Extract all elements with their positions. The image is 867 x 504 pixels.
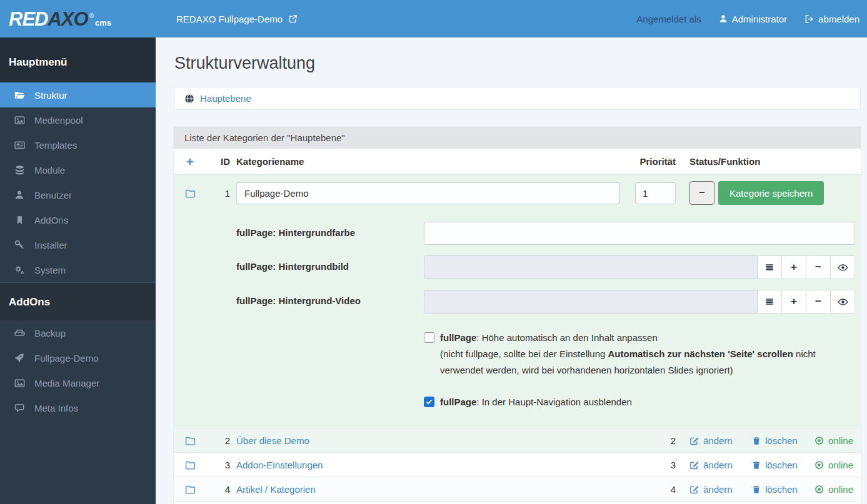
image-icon [13, 378, 26, 388]
sidebar-item-fullpage-demo[interactable]: Fullpage-Demo [0, 345, 156, 370]
edit-link[interactable]: ändern [689, 460, 752, 470]
background-video-input[interactable] [424, 290, 758, 314]
sidebar-item-label: Fullpage-Demo [34, 353, 99, 363]
sidebar-item-templates[interactable]: Templates [0, 132, 156, 157]
panel-title: Liste der Kategorien der "Hauptebene" [174, 127, 861, 149]
edit-link[interactable]: ändern [689, 484, 752, 495]
sidebar-item-label: System [34, 265, 66, 275]
user-icon [13, 190, 26, 200]
row-id: 2 [206, 435, 230, 446]
sidebar: Hauptmenü Struktur Medienpool Templates … [0, 37, 156, 504]
category-link[interactable]: Artikel / Kategorien [236, 484, 316, 495]
site-frontend-link[interactable]: REDAXO Fullpage-Demo [176, 14, 298, 24]
status-online-link[interactable]: online [814, 435, 853, 446]
status-online-link[interactable]: online [814, 484, 853, 495]
sidebar-item-benutzer[interactable]: Benutzer [0, 182, 156, 207]
globe-icon [184, 94, 194, 104]
external-link-icon [288, 14, 298, 24]
sidebar-item-module[interactable]: Module [0, 157, 156, 182]
database-icon [13, 165, 26, 175]
field-row-background-color: fullPage: Hintergrundfarbe [174, 222, 861, 245]
hide-navigation-checkbox[interactable] [424, 397, 434, 407]
save-category-button[interactable]: Kategorie speichern [718, 181, 824, 205]
dot-circle-icon [814, 485, 824, 494]
sidebar-item-meta-infos[interactable]: Meta Infos [0, 395, 156, 420]
folder-icon[interactable] [185, 435, 196, 446]
row-id: 1 [206, 188, 230, 199]
status-online-link[interactable]: online [814, 460, 853, 470]
breadcrumb: Hauptebene [174, 87, 861, 110]
priority-input[interactable] [635, 182, 676, 204]
table-row: 3 Addon-Einstellungen 3 ändern löschen o… [174, 452, 861, 477]
sidebar-item-label: Templates [34, 140, 77, 151]
page-title: Strukturverwaltung [174, 54, 861, 73]
media-remove-button[interactable]: − [806, 255, 831, 279]
bookmark-icon [13, 215, 26, 225]
category-name-input[interactable] [236, 182, 619, 204]
topbar-user-area: Angemeldet als Administrator abmelden [636, 14, 867, 24]
background-color-input[interactable] [424, 222, 855, 245]
folder-icon[interactable] [185, 484, 196, 495]
delete-link[interactable]: löschen [752, 460, 814, 470]
media-view-button[interactable] [831, 290, 855, 314]
sidebar-item-struktur[interactable]: Struktur [0, 82, 156, 107]
trash-icon [752, 436, 761, 445]
breadcrumb-root-link[interactable]: Hauptebene [200, 93, 251, 104]
edit-link[interactable]: ändern [689, 435, 752, 446]
media-list-button[interactable] [758, 290, 782, 314]
folder-icon[interactable] [185, 460, 196, 470]
delete-link[interactable]: löschen [752, 484, 814, 495]
sidebar-item-media-manager[interactable]: Media Manager [0, 370, 156, 395]
key-icon [13, 240, 26, 250]
media-add-button[interactable]: + [782, 255, 806, 279]
redaxo-logo[interactable]: REDAXO®cms [0, 9, 156, 29]
sidebar-item-label: Module [34, 165, 65, 175]
trash-icon [752, 460, 761, 470]
field-label: fullPage: Hintergrund-Video [236, 290, 424, 306]
sidebar-item-label: Backup [34, 328, 66, 338]
table-row: 4 Artikel / Kategorien 4 ändern löschen … [174, 477, 861, 501]
delete-link[interactable]: löschen [752, 435, 814, 446]
list-icon [764, 297, 774, 307]
user-icon [719, 14, 728, 23]
user-menu[interactable]: Administrator [719, 14, 787, 24]
eye-icon [838, 262, 848, 273]
logo-cms: cms [95, 18, 111, 27]
add-category-button[interactable]: + [186, 155, 194, 168]
logged-in-label: Angemeldet als [636, 14, 701, 24]
media-add-button[interactable]: + [782, 290, 806, 314]
checkbox-row-auto-height: fullPage: Höhe automatisch an den Inhalt… [174, 330, 861, 378]
logo-red: RED [9, 9, 48, 29]
media-view-button[interactable] [831, 255, 855, 279]
rocket-icon [13, 353, 26, 363]
sidebar-item-label: AddOns [34, 215, 68, 225]
sidebar-item-system[interactable]: System [0, 257, 156, 282]
media-list-button[interactable] [758, 255, 782, 279]
background-image-input[interactable] [424, 255, 758, 279]
sidebar-item-installer[interactable]: Installer [0, 232, 156, 257]
column-header-priority: Priorität [639, 156, 676, 167]
logout-button[interactable]: abmelden [804, 14, 859, 24]
auto-height-checkbox[interactable] [424, 332, 434, 343]
table-header-row: + ID Kategoriename Priorität Status/Funk… [174, 149, 861, 174]
sidebar-item-medienpool[interactable]: Medienpool [0, 107, 156, 132]
category-link[interactable]: Über diese Demo [236, 435, 309, 446]
field-row-background-video: fullPage: Hintergrund-Video + − [174, 290, 861, 314]
redaxo-app: REDAXO®cms REDAXO Fullpage-Demo Angemeld… [0, 0, 867, 504]
sidebar-item-label: Installer [34, 240, 68, 250]
image-icon [13, 115, 26, 126]
folder-open-icon [13, 90, 26, 101]
sidebar-item-addons[interactable]: AddOns [0, 207, 156, 232]
media-remove-button[interactable]: − [806, 290, 831, 314]
table-row-edit: 1 − Kategorie speichern [174, 175, 861, 211]
logout-label: abmelden [818, 14, 859, 24]
newspaper-icon [13, 140, 26, 151]
main-menu-header: Hauptmenü [0, 37, 156, 82]
dot-circle-icon [814, 460, 824, 470]
sidebar-item-label: Meta Infos [34, 403, 78, 413]
field-label: fullPage: Hintergrundfarbe [236, 222, 424, 238]
collapse-metadata-button[interactable]: − [689, 181, 714, 205]
category-link[interactable]: Addon-Einstellungen [236, 460, 323, 470]
addons-menu-header: AddOns [0, 282, 156, 320]
sidebar-item-backup[interactable]: Backup [0, 320, 156, 345]
